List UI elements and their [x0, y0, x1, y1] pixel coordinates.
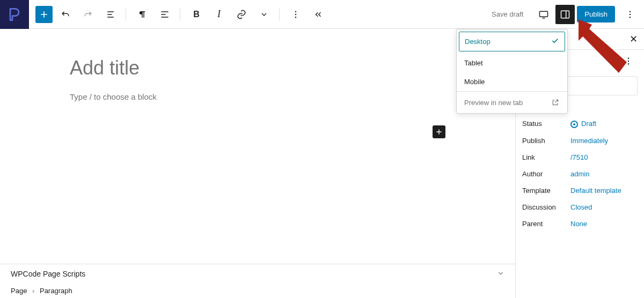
- block-placeholder[interactable]: Type / to choose a block: [70, 92, 515, 101]
- sidebar-row-discussion: Discussion Closed: [516, 199, 644, 215]
- toolbar-separator: [126, 8, 126, 21]
- editor-options-button[interactable]: [620, 5, 640, 24]
- svg-point-1: [295, 13, 296, 14]
- breadcrumb-paragraph[interactable]: Paragraph: [40, 287, 72, 295]
- preview-dropdown: Desktop Tablet Mobile Preview in new tab: [456, 29, 568, 114]
- chevron-down-icon[interactable]: [497, 270, 504, 279]
- redo-button[interactable]: [78, 5, 98, 24]
- status-value[interactable]: Draft: [570, 120, 596, 128]
- sidebar-row-link: Link /7510: [516, 149, 644, 166]
- breadcrumb-page[interactable]: Page: [11, 287, 27, 295]
- svg-point-9: [628, 61, 629, 62]
- more-rich-text-button[interactable]: [254, 5, 274, 24]
- inline-inserter-button[interactable]: [433, 125, 445, 138]
- site-logo[interactable]: [0, 0, 29, 29]
- svg-point-10: [628, 63, 629, 64]
- preview-option-mobile[interactable]: Mobile: [457, 72, 567, 91]
- sidebar-row-author: Author admin: [516, 166, 644, 182]
- settings-toggle-button[interactable]: [555, 5, 575, 24]
- document-overview-button[interactable]: [101, 5, 120, 24]
- toolbar-separator: [180, 8, 180, 21]
- toolbar-right: Save draft Publish: [486, 5, 644, 24]
- top-toolbar: B I Save draft Publish: [0, 0, 644, 29]
- sidebar-row-template: Template Default template: [516, 182, 644, 199]
- sidebar-options-button[interactable]: [619, 52, 638, 72]
- template-label: Template: [522, 187, 570, 195]
- block-inserter-button[interactable]: [35, 6, 53, 23]
- svg-point-7: [630, 17, 631, 18]
- paragraph-block-button[interactable]: [133, 5, 152, 24]
- publish-value[interactable]: Immediately: [570, 137, 608, 145]
- editor-canvas-column: Add title Type / to choose a block WPCod…: [0, 29, 515, 298]
- preview-button[interactable]: [534, 5, 553, 24]
- status-label: Status: [522, 120, 570, 128]
- svg-point-2: [295, 17, 296, 18]
- post-title-input[interactable]: Add title: [70, 57, 515, 79]
- svg-point-6: [630, 13, 631, 14]
- close-sidebar-button[interactable]: ✕: [630, 33, 638, 45]
- status-draft-icon: [570, 121, 578, 128]
- save-draft-button[interactable]: Save draft: [486, 10, 529, 18]
- breadcrumb-separator: ›: [32, 287, 34, 295]
- publish-button[interactable]: Publish: [577, 6, 615, 23]
- svg-point-0: [295, 11, 296, 12]
- publish-label: Publish: [522, 137, 570, 145]
- wpcode-panel[interactable]: WPCode Page Scripts: [0, 264, 515, 284]
- svg-point-5: [630, 11, 631, 12]
- toolbar-separator: [279, 8, 280, 21]
- options-button[interactable]: [286, 5, 305, 24]
- sidebar-row-parent: Parent None: [516, 215, 644, 232]
- svg-rect-4: [561, 11, 569, 18]
- sidebar-row-status: Status Draft: [516, 115, 644, 132]
- svg-rect-3: [540, 11, 548, 17]
- preview-option-desktop[interactable]: Desktop: [459, 32, 565, 51]
- undo-button[interactable]: [56, 5, 75, 24]
- preview-option-tablet[interactable]: Tablet: [457, 54, 567, 72]
- discussion-value[interactable]: Closed: [570, 203, 592, 211]
- sidebar-row-publish: Publish Immediately: [516, 132, 644, 149]
- link-button[interactable]: [232, 5, 251, 24]
- wpcode-panel-title: WPCode Page Scripts: [11, 270, 85, 278]
- preview-new-tab-button[interactable]: Preview in new tab: [457, 92, 567, 113]
- block-breadcrumbs: Page › Paragraph: [0, 284, 515, 298]
- check-icon: [551, 36, 559, 47]
- collapse-toolbar-button[interactable]: [309, 5, 328, 24]
- link-label: Link: [522, 153, 570, 161]
- author-value[interactable]: admin: [570, 170, 589, 178]
- bold-button[interactable]: B: [187, 5, 206, 24]
- template-value[interactable]: Default template: [570, 187, 621, 195]
- discussion-label: Discussion: [522, 203, 570, 211]
- parent-label: Parent: [522, 220, 570, 228]
- italic-button[interactable]: I: [209, 5, 229, 24]
- align-button[interactable]: [155, 5, 174, 24]
- editor-canvas[interactable]: Add title Type / to choose a block: [0, 29, 515, 264]
- link-value[interactable]: /7510: [570, 153, 588, 161]
- author-label: Author: [522, 170, 570, 178]
- parent-value[interactable]: None: [570, 220, 587, 228]
- svg-point-8: [628, 58, 629, 59]
